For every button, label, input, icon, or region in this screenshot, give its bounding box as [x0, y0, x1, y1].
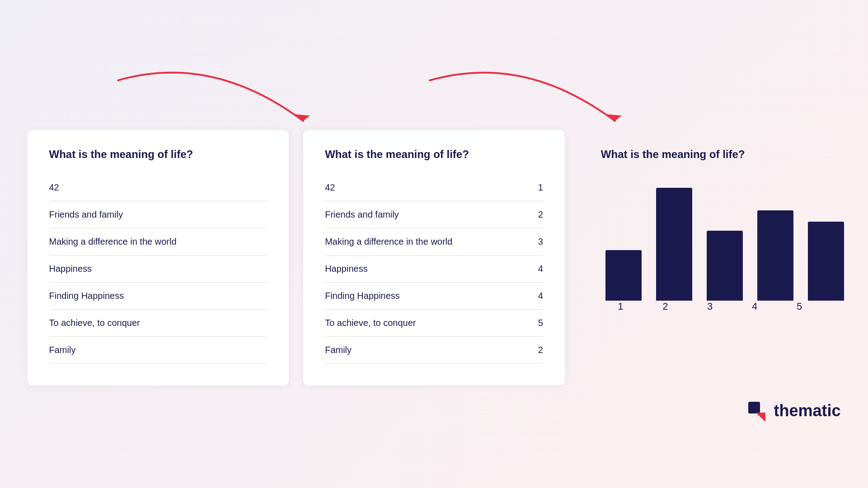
svg-marker-3 [755, 413, 765, 422]
x-label-5: 5 [784, 301, 815, 312]
item-text: Finding Happiness [325, 291, 400, 301]
list-item: Friends and family 2 [325, 201, 543, 228]
bar-group-4 [757, 210, 793, 301]
item-count: 4 [532, 264, 543, 274]
bar-5 [808, 222, 844, 301]
bar-1 [605, 250, 642, 301]
list-item: Friends and family [49, 201, 267, 228]
card2-title: What is the meaning of life? [325, 148, 543, 161]
item-text: Happiness [49, 264, 92, 274]
arrow-right [394, 67, 656, 130]
list-item: 42 [49, 174, 267, 201]
bar-group-5 [808, 222, 844, 301]
item-text: To achieve, to conquer [325, 318, 416, 328]
bar-4 [757, 210, 793, 301]
item-text: 42 [49, 182, 59, 193]
bar-group-3 [707, 231, 743, 301]
x-label-4: 4 [740, 301, 770, 312]
item-count: 3 [532, 237, 543, 247]
item-text: To achieve, to conquer [49, 318, 140, 328]
item-count: 4 [532, 291, 543, 301]
svg-marker-1 [606, 114, 622, 121]
card1-title: What is the meaning of life? [49, 148, 267, 161]
list-item: Finding Happiness 4 [325, 283, 543, 310]
x-label-3: 3 [695, 301, 725, 312]
x-axis-labels: 1 2 3 4 5 [601, 301, 819, 312]
card-chart: What is the meaning of life? [579, 130, 841, 334]
item-text: Family [325, 345, 352, 355]
logo-row: thematic [28, 400, 841, 422]
list-item: Making a difference in the world [49, 228, 267, 256]
item-text: Finding Happiness [49, 291, 124, 301]
item-text: Friends and family [49, 209, 123, 220]
list-item: Happiness [49, 256, 267, 283]
item-text: Making a difference in the world [325, 237, 452, 247]
list-item: Family [49, 337, 267, 364]
arrow-left [82, 67, 344, 130]
item-text: Family [49, 345, 76, 355]
card1-list: 42 Friends and family Making a differenc… [49, 174, 267, 364]
list-item: Happiness 4 [325, 256, 543, 283]
item-count: 2 [532, 209, 543, 220]
chart-area: 1 2 3 4 5 [601, 174, 819, 312]
bar-group-1 [605, 250, 642, 301]
list-item: Family 2 [325, 337, 543, 364]
card2-list: 42 1 Friends and family 2 Making a diffe… [325, 174, 543, 364]
bar-group-2 [656, 188, 692, 301]
main-container: What is the meaning of life? 42 Friends … [28, 67, 841, 422]
card-counted: What is the meaning of life? 42 1 Friend… [303, 130, 565, 386]
x-label-2: 2 [650, 301, 680, 312]
list-item: 42 1 [325, 174, 543, 201]
cards-row: What is the meaning of life? 42 Friends … [28, 130, 841, 386]
logo-text: thematic [774, 401, 840, 420]
item-count: 5 [532, 318, 543, 328]
card3-title: What is the meaning of life? [601, 148, 819, 161]
item-count: 2 [532, 345, 543, 355]
svg-marker-0 [294, 114, 310, 121]
item-text: Friends and family [325, 209, 399, 220]
list-item: To achieve, to conquer [49, 310, 267, 337]
arrows-row [28, 67, 841, 130]
svg-rect-2 [748, 402, 760, 414]
list-item: To achieve, to conquer 5 [325, 310, 543, 337]
list-item: Making a difference in the world 3 [325, 228, 543, 256]
item-text: 42 [325, 182, 335, 193]
bar-2 [656, 188, 692, 301]
bar-3 [707, 231, 743, 301]
bars-container [601, 174, 819, 301]
card-responses: What is the meaning of life? 42 Friends … [28, 130, 289, 386]
x-label-1: 1 [605, 301, 636, 312]
item-count: 1 [532, 182, 543, 193]
thematic-logo-icon [746, 400, 768, 422]
item-text: Happiness [325, 264, 368, 274]
item-text: Making a difference in the world [49, 237, 177, 247]
list-item: Finding Happiness [49, 283, 267, 310]
